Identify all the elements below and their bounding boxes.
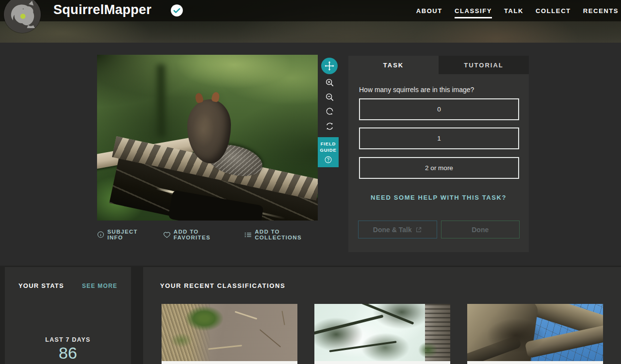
green-grass-tuft	[170, 333, 193, 348]
field-guide-label-line1: FIELD	[321, 141, 336, 147]
stats-period-label: LAST 7 DAYS	[5, 336, 131, 343]
stats-count-value: 86	[5, 344, 131, 363]
zoom-in-tool-button[interactable]	[321, 74, 338, 91]
field-guide-button[interactable]: FIELD GUIDE	[318, 137, 339, 167]
recent-classification-thumbnail-tree[interactable]	[467, 304, 603, 364]
project-logo-squirrel[interactable]	[4, 0, 41, 33]
done-and-talk-button[interactable]: Done & Talk	[358, 221, 437, 238]
tab-tutorial[interactable]: TUTORIAL	[439, 56, 529, 74]
nav-item-about[interactable]: ABOUT	[416, 7, 442, 15]
add-to-favorites-button[interactable]: ADD TO FAVORITES	[163, 229, 234, 240]
blurred-tree	[154, 64, 167, 137]
task-panel-tabs: TASK TUTORIAL	[348, 56, 529, 74]
done-label: Done	[472, 226, 489, 234]
add-to-collections-button[interactable]: ADD TO COLLECTIONS	[244, 229, 325, 240]
add-to-collections-label: ADD TO COLLECTIONS	[255, 229, 325, 240]
subject-info-button[interactable]: SUBJECT INFO	[97, 229, 153, 240]
move-arrows-icon	[324, 61, 335, 71]
tab-task[interactable]: TASK	[348, 56, 439, 74]
thumbnail-footer	[467, 361, 603, 364]
reset-view-tool-button[interactable]	[321, 118, 338, 134]
subject-actions-row: SUBJECT INFO ADD TO FAVORITES ADD TO COL…	[97, 229, 325, 240]
your-stats-panel: YOUR STATS SEE MORE LAST 7 DAYS 86	[5, 267, 131, 364]
nav-item-recents[interactable]: RECENTS	[583, 7, 619, 15]
recent-classification-thumbnail-branches[interactable]	[314, 304, 450, 364]
approved-project-check-icon	[170, 4, 183, 17]
subject-info-label: SUBJECT INFO	[107, 229, 153, 240]
nav-item-classify[interactable]: CLASSIFY	[455, 7, 492, 15]
bark-shadow	[487, 318, 545, 352]
task-help-link[interactable]: NEED SOME HELP WITH THIS TASK?	[348, 194, 529, 201]
see-more-link[interactable]: SEE MORE	[82, 283, 117, 289]
answer-button-0[interactable]: 0	[359, 98, 519, 120]
task-question: How many squirrels are in this image?	[359, 86, 519, 94]
squirrelmapper-classify-page: ABOUT CLASSIFY TALK COLLECT RECENTS Squi…	[0, 0, 621, 364]
task-panel: TASK TUTORIAL How many squirrels are in …	[348, 56, 529, 252]
rotate-icon	[325, 106, 335, 116]
zoom-in-icon	[325, 78, 335, 88]
subject-image[interactable]	[97, 55, 318, 221]
foliage	[361, 333, 409, 362]
thumbnail-footer	[314, 361, 450, 364]
page-title: SquirrelMapper	[53, 2, 151, 17]
nav-item-talk[interactable]: TALK	[504, 7, 523, 15]
green-grass-tuft	[185, 306, 224, 331]
nav-item-collect[interactable]: COLLECT	[536, 7, 571, 15]
recent-classifications-title: YOUR RECENT CLASSIFICATIONS	[160, 282, 285, 289]
reset-circular-arrows-icon	[325, 121, 335, 131]
main-navigation: ABOUT CLASSIFY TALK COLLECT RECENTS	[416, 0, 621, 21]
field-guide-label-line2: GUIDE	[320, 147, 336, 153]
done-buttons-row: Done & Talk Done	[358, 221, 520, 238]
done-and-talk-label: Done & Talk	[373, 226, 412, 234]
recent-classification-thumbnail-ground[interactable]	[162, 304, 297, 364]
done-button[interactable]: Done	[441, 221, 520, 238]
foliage	[418, 342, 438, 358]
answer-button-1[interactable]: 1	[359, 127, 519, 149]
project-banner-image: ABOUT CLASSIFY TALK COLLECT RECENTS Squi…	[0, 0, 621, 43]
heart-icon	[163, 231, 171, 239]
add-to-favorites-label: ADD TO FAVORITES	[174, 229, 234, 240]
zoom-out-icon	[325, 92, 335, 102]
list-icon	[244, 231, 252, 239]
recent-classifications-panel: YOUR RECENT CLASSIFICATIONS	[143, 267, 621, 364]
info-icon	[97, 231, 104, 238]
external-link-icon	[415, 226, 422, 233]
pan-tool-button[interactable]	[321, 58, 338, 74]
rotate-tool-button[interactable]	[321, 103, 338, 119]
squirrel-icon	[4, 0, 41, 33]
stats-title: YOUR STATS	[18, 282, 64, 289]
answer-button-2-or-more[interactable]: 2 or more	[359, 157, 519, 179]
thumbnail-footer	[162, 361, 297, 364]
squirrel-back-highlight	[192, 113, 214, 147]
question-circle-icon	[324, 156, 332, 164]
